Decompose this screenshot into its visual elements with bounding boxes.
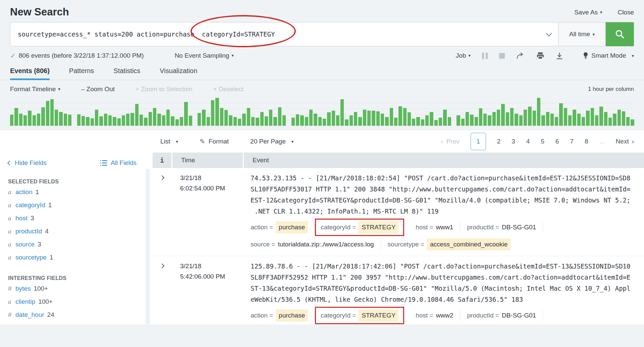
all-fields-button[interactable]: All Fields bbox=[100, 159, 137, 167]
histogram-bar[interactable] bbox=[251, 117, 255, 126]
page-7-button[interactable]: 7 bbox=[570, 138, 574, 145]
histogram-bar[interactable] bbox=[28, 111, 31, 126]
timeline-histogram[interactable] bbox=[10, 97, 634, 126]
per-page-dropdown[interactable]: 20 Per Page▾ bbox=[250, 138, 293, 145]
format-timeline-dropdown[interactable]: Format Timeline▾ bbox=[10, 85, 60, 93]
stop-icon[interactable] bbox=[499, 53, 505, 59]
histogram-bar[interactable] bbox=[475, 117, 478, 126]
histogram-bar[interactable] bbox=[363, 110, 366, 126]
histogram-bar[interactable] bbox=[631, 119, 634, 126]
page-4-button[interactable]: 4 bbox=[526, 138, 530, 145]
field-item-bytes[interactable]: #bytes100+ bbox=[8, 283, 146, 294]
histogram-bar[interactable] bbox=[332, 111, 335, 126]
histogram-bar[interactable] bbox=[622, 111, 625, 126]
page-6-button[interactable]: 6 bbox=[555, 138, 559, 145]
sidebar-scrollbar[interactable] bbox=[146, 169, 150, 325]
close-button[interactable]: Close bbox=[618, 9, 634, 16]
field-item-host[interactable]: ahost3 bbox=[8, 212, 146, 224]
histogram-bar[interactable] bbox=[104, 114, 107, 126]
histogram-bar[interactable] bbox=[470, 115, 473, 126]
field-item-date-hour[interactable]: #date_hour24 bbox=[8, 309, 146, 321]
search-input[interactable]: sourcetype=access_* status=200 action=pu… bbox=[10, 22, 558, 46]
histogram-bar[interactable] bbox=[41, 107, 45, 126]
histogram-bar[interactable] bbox=[269, 110, 272, 126]
histogram-bar[interactable] bbox=[358, 117, 362, 126]
histogram-bar[interactable] bbox=[533, 111, 536, 126]
histogram-bar[interactable] bbox=[519, 115, 523, 126]
histogram-bar[interactable] bbox=[82, 116, 85, 126]
histogram-bar[interactable] bbox=[224, 110, 228, 126]
list-type-dropdown[interactable]: List▾ bbox=[160, 138, 178, 145]
histogram-bar[interactable] bbox=[564, 108, 567, 126]
histogram-bar[interactable] bbox=[443, 110, 446, 126]
histogram-bar[interactable] bbox=[434, 120, 438, 126]
histogram-bar[interactable] bbox=[559, 103, 562, 126]
histogram-bar[interactable] bbox=[166, 110, 170, 126]
histogram-bar[interactable] bbox=[238, 119, 241, 126]
search-mode-dropdown[interactable]: Smart Mode▾ bbox=[583, 52, 634, 60]
histogram-bar[interactable] bbox=[367, 111, 371, 126]
share-icon[interactable] bbox=[516, 52, 525, 59]
field-item-action[interactable]: aaction1 bbox=[8, 186, 146, 198]
histogram-bar[interactable] bbox=[546, 112, 549, 126]
histogram-bar[interactable] bbox=[568, 115, 572, 126]
search-query-text[interactable]: sourcetype=access_* status=200 action=pu… bbox=[18, 31, 539, 38]
histogram-bar[interactable] bbox=[19, 114, 22, 126]
histogram-bar[interactable] bbox=[144, 118, 147, 126]
page-2-button[interactable]: 2 bbox=[497, 138, 501, 145]
field-item-categoryid[interactable]: acategoryId1 bbox=[8, 199, 146, 211]
histogram-bar[interactable] bbox=[595, 115, 598, 126]
histogram-bar[interactable] bbox=[99, 116, 103, 126]
histogram-bar[interactable] bbox=[229, 115, 232, 126]
histogram-bar[interactable] bbox=[354, 112, 357, 126]
histogram-bar[interactable] bbox=[113, 117, 116, 126]
histogram-bar[interactable] bbox=[483, 114, 487, 126]
histogram-bar[interactable] bbox=[314, 114, 317, 126]
histogram-bar[interactable] bbox=[577, 114, 581, 126]
histogram-bar[interactable] bbox=[153, 108, 156, 126]
histogram-bar[interactable] bbox=[300, 115, 304, 126]
histogram-bar[interactable] bbox=[497, 110, 500, 126]
histogram-bar[interactable] bbox=[608, 118, 612, 126]
histogram-bar[interactable] bbox=[412, 119, 415, 126]
histogram-bar[interactable] bbox=[117, 118, 121, 126]
histogram-bar[interactable] bbox=[599, 107, 603, 126]
histogram-bar[interactable] bbox=[403, 108, 407, 126]
histogram-bar[interactable] bbox=[108, 115, 112, 126]
field-item-productid[interactable]: aproductId4 bbox=[8, 225, 146, 237]
histogram-bar[interactable] bbox=[242, 114, 246, 126]
field-item-source[interactable]: asource3 bbox=[8, 238, 146, 250]
job-menu[interactable]: Job▾ bbox=[456, 52, 471, 59]
histogram-bar[interactable] bbox=[162, 115, 165, 126]
histogram-bar[interactable] bbox=[524, 110, 527, 126]
histogram-bar[interactable] bbox=[398, 106, 402, 126]
histogram-bar[interactable] bbox=[372, 111, 375, 126]
histogram-bar[interactable] bbox=[273, 117, 277, 126]
field-item-sourcetype[interactable]: asourcetype1 bbox=[8, 251, 146, 263]
histogram-bar[interactable] bbox=[541, 115, 545, 126]
histogram-bar[interactable] bbox=[282, 115, 286, 126]
histogram-bar[interactable] bbox=[604, 112, 607, 126]
histogram-bar[interactable] bbox=[135, 104, 139, 126]
histogram-bar[interactable] bbox=[77, 114, 80, 126]
format-results-button[interactable]: ✎Format bbox=[200, 137, 229, 146]
histogram-bar[interactable] bbox=[323, 119, 326, 126]
field-item-date-mday[interactable]: #date_mday8 bbox=[8, 322, 146, 325]
save-as-button[interactable]: Save As▾ bbox=[574, 9, 602, 16]
histogram-bar[interactable] bbox=[64, 114, 67, 126]
histogram-bar[interactable] bbox=[309, 110, 313, 126]
histogram-bar[interactable] bbox=[95, 110, 98, 126]
histogram-bar[interactable] bbox=[479, 108, 482, 126]
histogram-bar[interactable] bbox=[461, 119, 465, 126]
histogram-bar[interactable] bbox=[202, 110, 205, 126]
histogram-bar[interactable] bbox=[586, 111, 589, 126]
tab-statistics[interactable]: Statistics bbox=[113, 67, 140, 80]
page-3-button[interactable]: 3 bbox=[512, 138, 515, 145]
histogram-bar[interactable] bbox=[376, 111, 380, 126]
page-8-button[interactable]: 8 bbox=[585, 138, 588, 145]
histogram-bar[interactable] bbox=[340, 99, 344, 126]
histogram-bar[interactable] bbox=[14, 108, 18, 126]
histogram-bar[interactable] bbox=[394, 118, 397, 126]
histogram-bar[interactable] bbox=[140, 115, 143, 126]
time-range-picker[interactable]: All time▾ bbox=[558, 22, 606, 46]
